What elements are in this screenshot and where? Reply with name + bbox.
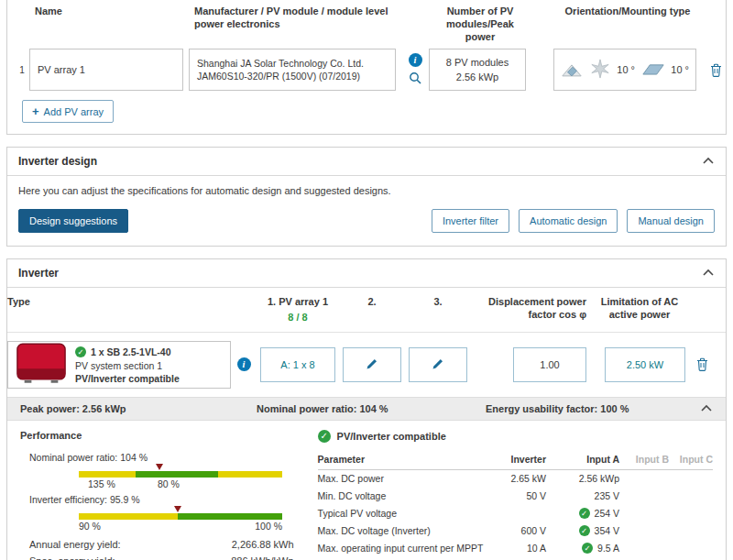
col-header-2: 2. [339, 296, 405, 309]
inverter-model: 1 x SB 2.5-1VL-40 [91, 346, 171, 358]
row-index: 1 [15, 65, 29, 75]
inverter-title: Inverter [18, 267, 59, 280]
module-info-icon[interactable]: i [409, 53, 422, 67]
col-header-input-a: Input A [546, 454, 619, 470]
add-pv-array-button[interactable]: + Add PV array [22, 100, 114, 123]
check-icon: ✓ [579, 525, 590, 536]
col-header-inverter: Inverter [493, 454, 546, 470]
pv-array-section: Name Manufacturer / PV module / module l… [6, 0, 727, 135]
check-icon: ✓ [579, 508, 590, 519]
compatibility-title: PV/Inverter compatible [337, 431, 446, 442]
plus-icon: + [32, 105, 39, 117]
summary-nominal-power-ratio: Nominal power ratio: 104 % [257, 403, 486, 414]
pencil-icon [432, 357, 444, 372]
col-header-3: 3. [405, 296, 471, 309]
gauge1-tick-right: 80 % [158, 478, 180, 489]
pv-array-name-input[interactable]: PV array 1 [29, 49, 183, 91]
compat-inverter-value: 600 V [493, 522, 546, 540]
compat-input-a-value: ✓ 254 V [546, 505, 619, 522]
automatic-design-button[interactable]: Automatic design [519, 209, 618, 233]
stat-row: Annual energy yield: 2,266.88 kWh [20, 537, 294, 554]
stat-row: Spec. energy yield: 886 kWh/kWp [20, 554, 294, 560]
orientation-box[interactable]: 10 ° 10 ° [553, 49, 696, 91]
summary-peak-power: Peak power: 2.56 kWp [20, 403, 257, 414]
module-selection-box[interactable]: Shanghai JA Solar Technology Co. Ltd. JA… [189, 49, 396, 91]
compatibility-panel: ✓ PV/Inverter compatible Parameter Inver… [318, 430, 713, 560]
module-search-icon[interactable] [409, 71, 421, 86]
inverter-summary-bar: Peak power: 2.56 kWp Nominal power ratio… [7, 397, 726, 421]
inverter-design-title: Inverter design [18, 155, 97, 168]
check-icon: ✓ [582, 543, 593, 554]
inverter-image [16, 343, 67, 386]
inverter-row: ✓ 1 x SB 2.5-1VL-40 PV system section 1 … [7, 333, 726, 397]
col-header-orientation: Orientation/Mounting type [553, 5, 702, 43]
inverter-design-section: Inverter design Here you can adjust the … [6, 147, 727, 247]
col-header-cos-phi: Displacement power factor cos φ [471, 296, 590, 322]
compat-input-a-value: 235 V [546, 488, 619, 505]
tilt-angle-roof: 10 ° [617, 64, 635, 75]
design-suggestions-button[interactable]: Design suggestions [18, 209, 128, 233]
summary-energy-usability: Energy usability factor: 100 % [486, 403, 700, 414]
cos-phi-input[interactable]: 1.00 [513, 347, 586, 382]
compat-parameter: Typical PV voltage [318, 505, 493, 522]
col-header-input-b: Input B [619, 454, 669, 470]
pv-array-table-header: Name Manufacturer / PV module / module l… [7, 0, 726, 43]
delete-pv-array-icon[interactable] [702, 49, 729, 91]
gauge1-label: Nominal power ratio: 104 % [20, 452, 294, 463]
gauge2-tick-right: 100 % [255, 521, 282, 532]
array1-module-count: 8 / 8 [257, 312, 339, 324]
module-count-box: 8 PV modules 2.56 kWp [429, 49, 526, 91]
array3-edit-box[interactable] [409, 347, 467, 382]
compat-input-a-value: ✓ 354 V [546, 522, 619, 540]
gauge2-tick-left: 90 % [79, 521, 101, 532]
delete-inverter-icon[interactable] [689, 357, 715, 371]
gauge1-tick-left: 135 % [88, 478, 115, 489]
inverter-filter-button[interactable]: Inverter filter [432, 209, 509, 233]
pv-array-row: 1 PV array 1 Shanghai JA Solar Technolog… [7, 49, 726, 91]
compat-parameter: Max. DC voltage (Inverter) [318, 522, 493, 540]
pv-system-section: PV system section 1 [75, 360, 162, 371]
performance-title: Performance [20, 430, 294, 441]
collapse-chevron-icon[interactable] [700, 403, 713, 414]
manual-design-button[interactable]: Manual design [627, 209, 715, 233]
col-header-type: Type [7, 296, 231, 307]
compat-input-a-value: 2.56 kWp [546, 470, 619, 488]
peak-power: 2.56 kWp [456, 70, 498, 85]
compat-input-a-value: ✓ 9.5 A [546, 540, 619, 557]
col-header-parameter: Parameter [318, 454, 493, 470]
array2-edit-box[interactable] [343, 347, 401, 382]
pv-array-name: PV array 1 [38, 64, 175, 75]
compat-inverter-value: 10 A [493, 540, 546, 557]
compat-parameter: Min. DC voltage [318, 488, 493, 505]
module-model: JAM60S10-320/PR (1500V) (07/2019) [197, 70, 388, 83]
col-header-count: Number of PV modules/Peak power [429, 5, 531, 43]
pencil-icon [366, 357, 378, 372]
compatibility-status: PV/Inverter compatible [75, 373, 180, 384]
inverter-type-box[interactable]: ✓ 1 x SB 2.5-1VL-40 PV system section 1 … [7, 341, 231, 389]
compat-inverter-value: 2.65 kW [493, 470, 546, 488]
array1-assignment-box[interactable]: A: 1 x 8 [260, 347, 335, 382]
collapse-chevron-icon[interactable] [702, 267, 715, 280]
nominal-power-ratio-gauge [79, 471, 282, 478]
compatible-check-icon: ✓ [318, 430, 331, 443]
roof-mount-icon [561, 60, 583, 80]
tilt-angle-free: 10 ° [671, 64, 689, 75]
compat-inverter-value [493, 511, 546, 517]
gauge-marker-icon [174, 506, 181, 512]
performance-stats: Annual energy yield: 2,266.88 kWh Spec. … [20, 537, 294, 560]
compat-inverter-value: 50 V [493, 488, 546, 505]
module-count: 8 PV modules [446, 55, 509, 71]
compatible-check-icon: ✓ [75, 346, 86, 357]
inverter-design-description: Here you can adjust the specifications f… [18, 185, 715, 196]
compat-parameter: Max. DC power [318, 470, 493, 488]
inverter-info-icon[interactable]: i [237, 357, 251, 371]
inverter-section: Inverter Type 1. PV array 1 8 / 8 2. 3. … [6, 258, 727, 560]
ac-limit-input[interactable]: 2.50 kW [605, 347, 685, 382]
col-header-array1: 1. PV array 1 [257, 296, 339, 309]
compat-parameter: Max. operating input current per MPPT [318, 540, 493, 557]
col-header-name: Name [29, 5, 189, 43]
module-manufacturer: Shanghai JA Solar Technology Co. Ltd. [197, 57, 388, 71]
gauge-marker-icon [156, 464, 163, 470]
inverter-efficiency-gauge [79, 513, 282, 520]
collapse-chevron-icon[interactable] [702, 155, 715, 168]
